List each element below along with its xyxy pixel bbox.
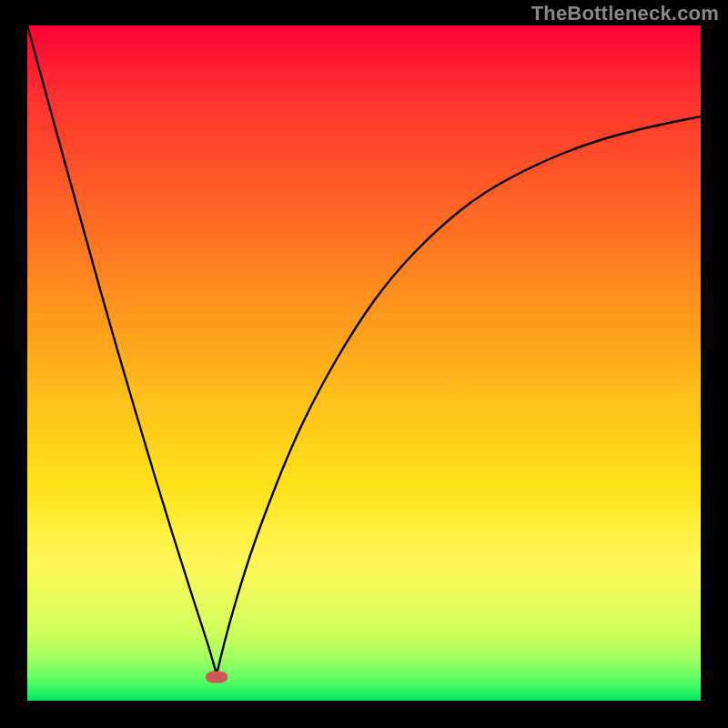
minimum-marker-icon [206, 672, 228, 683]
curve-path [27, 25, 701, 674]
bottleneck-curve [27, 25, 701, 701]
chart-frame: TheBottleneck.com [0, 0, 728, 728]
plot-area [27, 25, 701, 701]
watermark-text: TheBottleneck.com [531, 2, 719, 25]
